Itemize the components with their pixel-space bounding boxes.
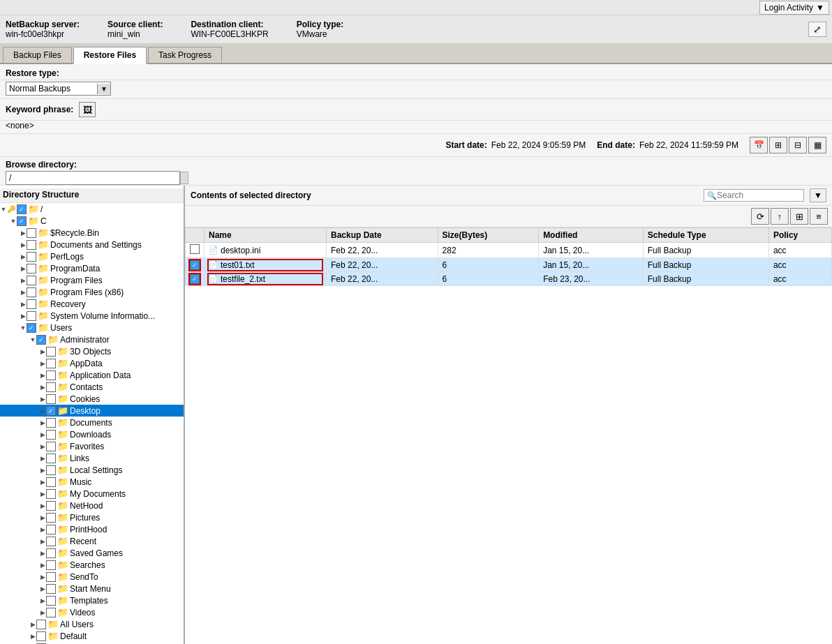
checkbox-programdata[interactable] bbox=[27, 264, 36, 274]
tree-item-videos[interactable]: ▶📁Videos bbox=[0, 606, 184, 618]
checkbox-localsettings[interactable] bbox=[46, 465, 56, 475]
checkbox-docsettings[interactable] bbox=[27, 240, 36, 250]
restore-type-select-wrapper[interactable]: Normal Backups ▼ bbox=[6, 82, 111, 96]
checkbox-allusers[interactable] bbox=[36, 620, 46, 629]
expand-icon-programfiles[interactable]: ▶ bbox=[20, 277, 27, 284]
date-grid-btn[interactable]: ⊞ bbox=[769, 137, 787, 153]
col-name[interactable]: Name bbox=[205, 228, 327, 243]
expand-icon-perflogs[interactable]: ▶ bbox=[20, 253, 27, 260]
checkbox-savedgames[interactable] bbox=[46, 548, 56, 558]
keyword-image-button[interactable]: 🖼 bbox=[79, 102, 96, 117]
tree-item-nethood[interactable]: ▶📁NetHood bbox=[0, 500, 184, 511]
table-row-desktop_ini[interactable]: 📄desktop.iniFeb 22, 20...282Jan 15, 20..… bbox=[186, 243, 832, 258]
tree-item-links[interactable]: ▶📁Links bbox=[0, 452, 184, 464]
file-checkbox-testfile_2_txt[interactable]: ✓ bbox=[190, 274, 200, 284]
expand-icon-administrator[interactable]: ▼ bbox=[29, 336, 36, 343]
grid-view-btn[interactable]: ⊞ bbox=[790, 208, 808, 225]
tree-item-programdata[interactable]: ▶📁ProgramData bbox=[0, 262, 184, 274]
col-checkbox[interactable] bbox=[186, 228, 205, 243]
checkbox-templates[interactable] bbox=[46, 596, 56, 606]
checkbox-searches[interactable] bbox=[46, 560, 56, 570]
checkbox-recent[interactable] bbox=[46, 537, 56, 546]
col-size[interactable]: Size(Bytes) bbox=[438, 228, 539, 243]
checkbox-videos[interactable] bbox=[46, 608, 56, 617]
checkbox-perflogs[interactable] bbox=[27, 252, 36, 262]
expand-icon-downloads[interactable]: ▶ bbox=[39, 431, 46, 438]
tree-item-cookies[interactable]: ▶📁Cookies bbox=[0, 393, 184, 405]
expand-icon-3dobjects[interactable]: ▶ bbox=[39, 348, 46, 355]
expand-icon-mydocuments[interactable]: ▶ bbox=[39, 491, 46, 497]
tree-item-templates[interactable]: ▶📁Templates bbox=[0, 594, 184, 606]
expand-icon-templates[interactable]: ▶ bbox=[39, 597, 46, 604]
checkbox-programfilesx86[interactable] bbox=[27, 287, 36, 297]
expand-button[interactable]: ⤢ bbox=[808, 22, 826, 37]
restore-type-dropdown-arrow[interactable]: ▼ bbox=[97, 84, 110, 94]
expand-icon-users[interactable]: ▼ bbox=[20, 324, 27, 331]
expand-icon-pictures[interactable]: ▶ bbox=[39, 514, 46, 521]
expand-icon-searches[interactable]: ▶ bbox=[39, 562, 46, 569]
tree-item-documents[interactable]: ▶📁Documents bbox=[0, 417, 184, 428]
expand-icon-localsettings[interactable]: ▶ bbox=[39, 467, 46, 474]
checkbox-users[interactable]: ✓ bbox=[27, 323, 36, 333]
tree-item-administrator[interactable]: ▼✓📁Administrator bbox=[0, 334, 184, 345]
tree-item-allusers[interactable]: ▶📁All Users bbox=[0, 618, 184, 630]
expand-icon-links[interactable]: ▶ bbox=[39, 455, 46, 462]
browse-scrollbar[interactable] bbox=[180, 172, 188, 184]
expand-icon-docsettings[interactable]: ▶ bbox=[20, 241, 27, 248]
tree-item-mydocuments[interactable]: ▶📁My Documents bbox=[0, 488, 184, 500]
tree-item-desktop[interactable]: ▶✓📁Desktop bbox=[0, 405, 184, 417]
expand-icon-root[interactable]: ▼ bbox=[0, 206, 7, 213]
checkbox-mydocuments[interactable] bbox=[46, 489, 56, 499]
expand-icon-default[interactable]: ▶ bbox=[29, 633, 36, 640]
checkbox-music[interactable] bbox=[46, 477, 56, 487]
tree-item-savedgames[interactable]: ▶📁Saved Games bbox=[0, 547, 184, 559]
tab-backup-files[interactable]: Backup Files bbox=[3, 47, 72, 63]
tree-item-localsettings[interactable]: ▶📁Local Settings bbox=[0, 464, 184, 476]
tree-item-perflogs[interactable]: ▶📁PerfLogs bbox=[0, 250, 184, 262]
expand-icon-c[interactable]: ▼ bbox=[10, 218, 17, 225]
checkbox-programfiles[interactable] bbox=[27, 276, 36, 285]
file-checkbox-test01_txt[interactable]: ✓ bbox=[190, 260, 200, 270]
checkbox-appdata2[interactable] bbox=[46, 370, 56, 380]
tree-item-contacts[interactable]: ▶📁Contacts bbox=[0, 381, 184, 393]
expand-icon-allusers[interactable]: ▶ bbox=[29, 621, 36, 628]
col-schedule-type[interactable]: Schedule Type bbox=[643, 228, 768, 243]
tree-item-music[interactable]: ▶📁Music bbox=[0, 476, 184, 488]
tree-item-c[interactable]: ▼✓📁C bbox=[0, 215, 184, 227]
tree-item-sysvolinfo[interactable]: ▶📁System Volume Informatio... bbox=[0, 310, 184, 322]
tree-item-appdata2[interactable]: ▶📁Application Data bbox=[0, 369, 184, 381]
filter-button[interactable]: ▼ bbox=[810, 188, 826, 202]
checkbox-nethood[interactable] bbox=[46, 501, 56, 511]
expand-icon-programdata[interactable]: ▶ bbox=[20, 265, 27, 272]
tree-item-printhood[interactable]: ▶📁PrintHood bbox=[0, 523, 184, 535]
checkbox-appdata[interactable] bbox=[46, 359, 56, 368]
expand-icon-recovery[interactable]: ▶ bbox=[20, 301, 27, 308]
expand-icon-sendto[interactable]: ▶ bbox=[39, 574, 46, 581]
expand-icon-appdata2[interactable]: ▶ bbox=[39, 372, 46, 379]
tree-item-pictures[interactable]: ▶📁Pictures bbox=[0, 511, 184, 523]
col-backup-date[interactable]: Backup Date bbox=[327, 228, 438, 243]
tree-item-recent[interactable]: ▶📁Recent bbox=[0, 535, 184, 547]
calendar-icon-btn[interactable]: 📅 bbox=[750, 137, 768, 153]
checkbox-cookies[interactable] bbox=[46, 394, 56, 404]
expand-icon-desktop[interactable]: ▶ bbox=[39, 407, 46, 414]
checkbox-administrator[interactable]: ✓ bbox=[36, 335, 46, 345]
search-input[interactable] bbox=[717, 190, 801, 200]
tree-item-programfilesx86[interactable]: ▶📁Program Files (x86) bbox=[0, 286, 184, 298]
login-activity-button[interactable]: Login Activity ▼ bbox=[759, 1, 829, 15]
list-view-btn[interactable]: ≡ bbox=[810, 208, 828, 225]
tree-item-sendto[interactable]: ▶📁SendTo bbox=[0, 571, 184, 583]
tree-item-root[interactable]: ▼🔑✓📁/ bbox=[0, 203, 184, 215]
tree-item-downloads[interactable]: ▶📁Downloads bbox=[0, 428, 184, 440]
refresh-btn[interactable]: ⟳ bbox=[751, 208, 769, 225]
checkbox-3dobjects[interactable] bbox=[46, 347, 56, 357]
file-checkbox-desktop_ini[interactable] bbox=[190, 244, 200, 254]
checkbox-downloads[interactable] bbox=[46, 430, 56, 440]
tab-task-progress[interactable]: Task Progress bbox=[148, 47, 222, 63]
checkbox-documents[interactable] bbox=[46, 418, 56, 428]
expand-icon-favorites[interactable]: ▶ bbox=[39, 443, 46, 450]
tree-item-users[interactable]: ▼✓📁Users bbox=[0, 322, 184, 334]
up-btn[interactable]: ↑ bbox=[771, 208, 789, 225]
col-modified[interactable]: Modified bbox=[539, 228, 644, 243]
table-row-test01_txt[interactable]: ✓📄test01.txtFeb 22, 20...6Jan 15, 20...F… bbox=[186, 258, 832, 272]
